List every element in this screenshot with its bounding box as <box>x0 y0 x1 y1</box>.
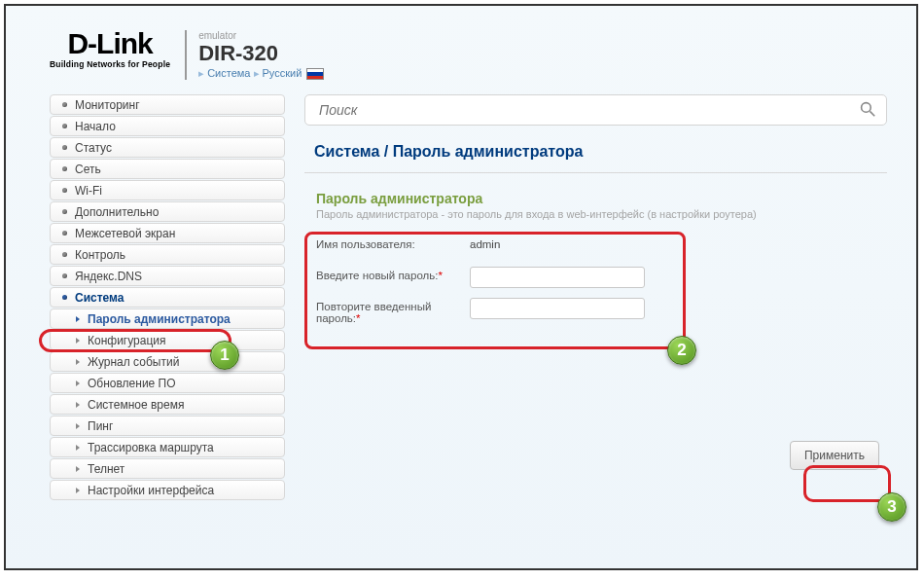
sidebar-item-start[interactable]: Начало <box>50 116 285 136</box>
sidebar-item-label: Яндекс.DNS <box>75 270 142 283</box>
logo: D-Link Building Networks for People <box>50 30 170 69</box>
divider <box>304 172 887 173</box>
sidebar-sub-traceroute[interactable]: Трассировка маршрута <box>50 437 285 457</box>
sidebar-item-label: Система <box>75 291 124 305</box>
sidebar-item-label: Межсетевой экран <box>75 227 175 240</box>
chevron-right-icon <box>76 423 80 429</box>
breadcrumb-part2: Пароль администратора <box>393 143 584 160</box>
sidebar-item-label: Пароль администратора <box>88 312 231 326</box>
sidebar-item-yandex-dns[interactable]: Яндекс.DNS <box>50 266 285 286</box>
sidebar-item-label: Начало <box>75 120 116 133</box>
sidebar-item-system[interactable]: Система <box>50 287 285 308</box>
page-breadcrumb: Система / Пароль администратора <box>304 143 887 161</box>
breadcrumb-sep: / <box>379 143 392 160</box>
chevron-right-icon <box>76 466 80 472</box>
section-description: Пароль администратора - это пароль для в… <box>304 208 887 220</box>
sidebar-item-label: Статус <box>75 141 112 155</box>
sidebar-sub-ui-settings[interactable]: Настройки интерфейса <box>50 480 285 500</box>
sidebar-item-monitoring[interactable]: Мониторинг <box>50 94 285 115</box>
sidebar-sub-ping[interactable]: Пинг <box>50 416 285 436</box>
bc-language[interactable]: Русский <box>263 67 302 79</box>
logo-tagline: Building Networks for People <box>50 59 170 69</box>
sidebar-item-firewall[interactable]: Межсетевой экран <box>50 223 285 243</box>
sidebar-item-label: Пинг <box>88 419 113 433</box>
logo-text: D-Link <box>50 30 170 56</box>
sidebar-item-label: Журнал событий <box>88 355 179 369</box>
bullet-icon <box>62 273 67 278</box>
sidebar-item-label: Трассировка маршрута <box>88 441 214 454</box>
bullet-icon <box>62 188 67 193</box>
chevron-right-icon <box>76 316 80 322</box>
new-password-input[interactable] <box>470 267 645 288</box>
bullet-icon <box>62 252 67 257</box>
bullet-icon <box>62 145 67 150</box>
sidebar-item-advanced[interactable]: Дополнительно <box>50 201 285 222</box>
bc-section[interactable]: Система <box>207 67 250 79</box>
sidebar-item-label: Настройки интерфейса <box>88 484 214 497</box>
sidebar-item-label: Контроль <box>75 248 125 262</box>
sidebar-sub-event-log[interactable]: Журнал событий <box>50 351 285 372</box>
sidebar-sub-system-time[interactable]: Системное время <box>50 394 285 415</box>
emulator-label: emulator <box>198 30 324 41</box>
search-input[interactable] <box>304 94 887 126</box>
confirm-password-input[interactable] <box>470 298 645 319</box>
username-label: Имя пользователя: <box>316 236 470 250</box>
bullet-icon <box>62 124 67 128</box>
flag-ru-icon <box>306 68 324 80</box>
chevron-right-icon <box>76 488 80 493</box>
footer-actions: Применить <box>304 429 887 489</box>
row-confirm-password: Повторите введенный пароль:* <box>316 298 887 324</box>
sidebar-item-control[interactable]: Контроль <box>50 244 285 265</box>
breadcrumb-part1[interactable]: Система <box>314 143 379 160</box>
chevron-right-icon <box>76 338 80 344</box>
chevron-right-icon <box>76 402 80 408</box>
sidebar-sub-telnet[interactable]: Телнет <box>50 458 285 479</box>
bullet-icon <box>62 209 67 214</box>
chevron-right-icon: ▸ <box>198 67 204 79</box>
new-password-label: Введите новый пароль:* <box>316 267 470 281</box>
model-name: DIR-320 <box>198 43 324 64</box>
sidebar-item-label: Конфигурация <box>88 334 166 347</box>
search-bar <box>304 94 887 126</box>
bullet-icon <box>62 231 67 236</box>
apply-button[interactable]: Применить <box>790 441 879 470</box>
sidebar-item-label: Обновление ПО <box>88 377 176 390</box>
required-mark: * <box>438 270 442 281</box>
username-value: admin <box>470 236 500 250</box>
bullet-icon <box>62 102 67 107</box>
required-mark: * <box>356 312 360 324</box>
chevron-right-icon <box>76 359 80 365</box>
model-info: emulator DIR-320 ▸Система ▸Русский <box>185 30 324 80</box>
sidebar-item-label: Wi-Fi <box>75 184 102 198</box>
bullet-icon <box>62 295 67 300</box>
header: D-Link Building Networks for People emul… <box>6 6 916 94</box>
section-title: Пароль администратора <box>304 191 887 206</box>
search-icon[interactable] <box>860 101 875 117</box>
chevron-right-icon <box>76 445 80 451</box>
sidebar-sub-config[interactable]: Конфигурация <box>50 330 285 350</box>
chevron-right-icon <box>76 381 80 386</box>
sidebar-item-wifi[interactable]: Wi-Fi <box>50 180 285 200</box>
row-username: Имя пользователя: admin <box>316 236 887 257</box>
svg-line-1 <box>870 111 874 116</box>
sidebar-item-label: Дополнительно <box>75 205 159 219</box>
sidebar: Мониторинг Начало Статус Сеть Wi-Fi Допо… <box>50 94 285 501</box>
sidebar-item-label: Сеть <box>75 163 101 176</box>
confirm-password-label: Повторите введенный пароль:* <box>316 298 470 324</box>
chevron-right-icon: ▸ <box>254 67 260 79</box>
sidebar-item-label: Системное время <box>88 398 184 412</box>
sidebar-sub-admin-password[interactable]: Пароль администратора <box>50 308 285 329</box>
password-form: Имя пользователя: admin Введите новый па… <box>304 228 887 342</box>
sidebar-item-label: Телнет <box>88 462 124 476</box>
row-new-password: Введите новый пароль:* <box>316 267 887 288</box>
content: Система / Пароль администратора Пароль а… <box>304 94 887 501</box>
sidebar-item-label: Мониторинг <box>75 98 140 112</box>
bullet-icon <box>62 166 67 171</box>
svg-point-0 <box>862 103 871 113</box>
sidebar-sub-firmware-update[interactable]: Обновление ПО <box>50 373 285 393</box>
sidebar-item-network[interactable]: Сеть <box>50 159 285 179</box>
header-breadcrumb: ▸Система ▸Русский <box>198 67 324 80</box>
sidebar-item-status[interactable]: Статус <box>50 137 285 158</box>
